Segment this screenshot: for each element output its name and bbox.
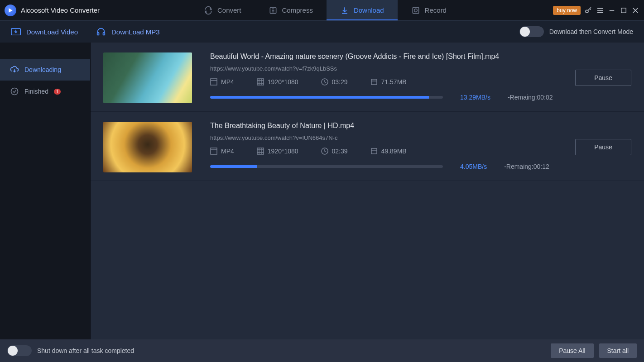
download-mp3-button[interactable]: DownLoad MP3 [96,28,160,36]
tab-download[interactable]: Download [327,0,398,20]
svg-rect-13 [211,148,217,154]
download-icon [340,6,349,15]
svg-rect-10 [257,79,264,85]
video-title: The Breathtaking Beauty of Nature | HD.m… [210,122,562,130]
video-format: MP4 [221,148,234,155]
video-url: https://www.youtube.com/watch?v=f7zk9qLb… [210,65,562,72]
download-remaining: -Remaing:00:02 [508,94,553,101]
video-format: MP4 [221,78,234,86]
clock-icon [321,78,328,86]
sidebar-item-finished[interactable]: Finished 1 [0,81,90,102]
tab-convert[interactable]: Convert [190,0,255,20]
pause-button[interactable]: Pause [575,139,631,155]
video-size: 71.57MB [381,78,407,86]
resolution-icon [257,148,264,155]
app-title: Aicoosoft Video Converter [21,6,100,14]
sub-toolbar: DownLoad Video DownLoad MP3 Download the… [0,21,644,43]
video-title: Beautiful World - Amazing nature scenery… [210,52,562,61]
convert-icon [204,6,213,15]
minimize-icon[interactable] [608,6,616,14]
check-circle-icon [10,87,19,96]
download-speed: 4.05MB/s [460,163,487,170]
clock-icon [321,148,328,155]
convert-mode-toggle[interactable] [519,26,544,37]
svg-rect-14 [257,148,264,154]
progress-bar [210,165,443,168]
download-remaining: -Remaing:00:12 [504,163,549,170]
compress-icon [269,6,278,15]
convert-mode-label: Download then Convert Mode [549,28,633,35]
video-duration: 03:29 [332,78,348,86]
download-list: Beautiful World - Amazing nature scenery… [91,43,644,339]
headphones-icon [96,28,106,36]
buy-now-button[interactable]: buy now [553,6,581,15]
maximize-icon[interactable] [620,6,628,14]
video-resolution: 1920*1080 [268,78,298,86]
svg-rect-16 [371,148,377,154]
format-icon [210,78,217,86]
download-speed: 13.29MB/s [460,94,490,101]
svg-point-2 [414,9,417,12]
footer-bar: Shut down after all task completed Pause… [0,339,644,362]
sidebar-item-downloading[interactable]: Downloading [0,59,90,81]
svg-rect-6 [97,33,99,35]
sub-action-label: DownLoad MP3 [111,28,160,36]
tab-label: Download [354,6,384,14]
start-all-button[interactable]: Start all [599,343,637,358]
video-resolution: 1920*1080 [268,148,298,155]
download-row: The Breathtaking Beauty of Nature | HD.m… [91,112,644,181]
sidebar: Downloading Finished 1 [0,43,91,339]
video-thumbnail[interactable] [103,52,192,103]
tab-label: Compress [282,6,313,14]
shutdown-label: Shut down after all task completed [37,347,134,354]
video-url: https://www.youtube.com/watch?v=IUN664s7… [210,134,562,141]
progress-bar [210,96,443,99]
svg-rect-4 [621,8,626,13]
sub-action-label: DownLoad Video [26,28,78,36]
finished-badge: 1 [54,89,61,95]
app-logo-icon [5,5,16,16]
svg-rect-9 [211,79,217,85]
svg-rect-7 [103,33,105,35]
tab-record[interactable]: Record [398,0,460,20]
resolution-icon [257,78,264,86]
size-icon [370,148,378,155]
svg-rect-12 [371,79,377,85]
video-download-icon [11,28,21,36]
video-size: 49.89MB [381,148,407,155]
svg-point-8 [11,88,18,95]
tab-compress[interactable]: Compress [255,0,327,20]
pause-all-button[interactable]: Pause All [551,343,593,358]
video-duration: 02:39 [332,148,348,155]
download-row: Beautiful World - Amazing nature scenery… [91,43,644,112]
title-bar: Aicoosoft Video Converter Convert Compre… [0,0,644,21]
size-icon [370,78,378,86]
video-thumbnail[interactable] [103,122,192,172]
menu-icon[interactable] [596,6,604,14]
sidebar-item-label: Finished [24,88,48,95]
cloud-download-icon [10,65,19,74]
close-icon[interactable] [631,6,639,14]
title-right: buy now [553,6,644,15]
key-icon[interactable] [584,6,592,14]
main-tabs: Convert Compress Download Record [190,0,460,20]
format-icon [210,148,217,155]
tab-label: Convert [217,6,241,14]
record-icon [411,6,420,15]
svg-rect-1 [413,7,418,13]
svg-point-3 [586,10,588,13]
sidebar-item-label: Downloading [24,66,61,73]
download-video-button[interactable]: DownLoad Video [11,28,78,36]
pause-button[interactable]: Pause [575,70,631,86]
shutdown-toggle[interactable] [7,345,32,356]
tab-label: Record [425,6,447,14]
